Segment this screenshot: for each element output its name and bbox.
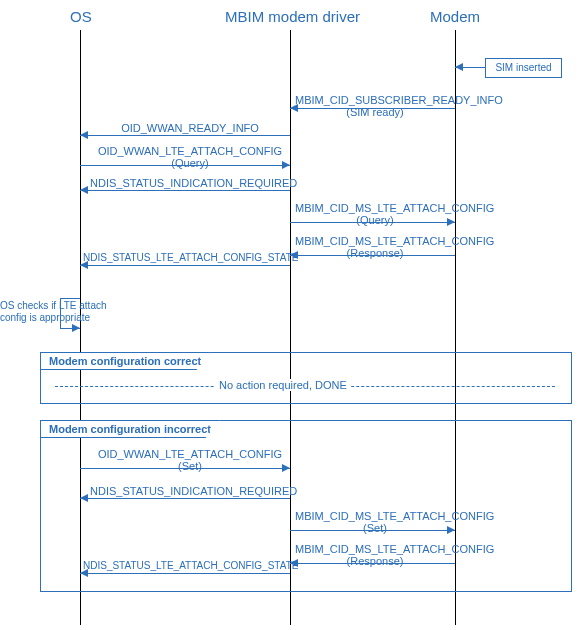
arrowhead-m9 — [80, 494, 88, 502]
msg-m6: MBIM_CID_MS_LTE_ATTACH_CONFIG (Response) — [295, 235, 455, 259]
oscheck-head — [72, 324, 80, 332]
msg-m10: MBIM_CID_MS_LTE_ATTACH_CONFIG (Set) — [295, 510, 455, 534]
msg-m11-l1: MBIM_CID_MS_LTE_ATTACH_CONFIG — [295, 543, 455, 555]
msg-m6-l1: MBIM_CID_MS_LTE_ATTACH_CONFIG — [295, 235, 455, 247]
oscheck-out — [60, 298, 80, 299]
msg-m10-l1: MBIM_CID_MS_LTE_ATTACH_CONFIG — [295, 510, 455, 522]
msg-m8-l2: (Set) — [90, 460, 290, 472]
msg-m9: NDIS_STATUS_INDICATION_REQUIRED — [90, 485, 290, 497]
msg-m12: NDIS_STATUS_LTE_ATTACH_CONFIG_STATE — [83, 560, 293, 571]
msg-m8: OID_WWAN_LTE_ATTACH_CONFIG (Set) — [90, 448, 290, 472]
msg-m11: MBIM_CID_MS_LTE_ATTACH_CONFIG (Response) — [295, 543, 455, 567]
msg-m3-l2: (Query) — [90, 157, 290, 169]
msg-m1-l1: MBIM_CID_SUBSCRIBER_READY_INFO — [295, 94, 455, 106]
note-sim-arrow — [455, 63, 463, 71]
msg-m5-l2: (Query) — [295, 214, 455, 226]
note-os-check-l1: OS checks if LTE attach — [0, 300, 110, 312]
note-sim-inserted: SIM inserted — [485, 58, 562, 78]
msg-m8-l1: OID_WWAN_LTE_ATTACH_CONFIG — [90, 448, 290, 460]
msg-m5-l1: MBIM_CID_MS_LTE_ATTACH_CONFIG — [295, 202, 455, 214]
arrow-m12 — [80, 573, 290, 574]
msg-m2: OID_WWAN_READY_INFO — [90, 122, 290, 134]
msg-m4: NDIS_STATUS_INDICATION_REQUIRED — [90, 177, 290, 189]
frame-correct-label: Modem configuration correct — [40, 352, 210, 370]
note-os-check: OS checks if LTE attach config is approp… — [0, 300, 110, 323]
msg-m6-l2: (Response) — [295, 247, 455, 259]
actor-modem: Modem — [430, 8, 480, 25]
msg-m1-l2: (SIM ready) — [295, 106, 455, 118]
msg-m11-l2: (Response) — [295, 555, 455, 567]
arrowhead-m2 — [80, 131, 88, 139]
msg-m10-l2: (Set) — [295, 522, 455, 534]
arrow-m9 — [80, 498, 290, 499]
arrowhead-m4 — [80, 186, 88, 194]
actor-os: OS — [70, 8, 92, 25]
note-os-check-l2: config is appropriate — [0, 312, 110, 324]
msg-m3: OID_WWAN_LTE_ATTACH_CONFIG (Query) — [90, 145, 290, 169]
oscheck-v — [60, 298, 61, 328]
frame-incorrect-label: Modem configuration incorrect — [40, 420, 220, 438]
msg-m7: NDIS_STATUS_LTE_ATTACH_CONFIG_STATE — [83, 252, 293, 263]
arrow-m4 — [80, 190, 290, 191]
arrow-m7 — [80, 265, 290, 266]
msg-m3-l1: OID_WWAN_LTE_ATTACH_CONFIG — [90, 145, 290, 157]
dash-correct-text: No action required, DONE — [215, 379, 351, 391]
msg-m5: MBIM_CID_MS_LTE_ATTACH_CONFIG (Query) — [295, 202, 455, 226]
frame-correct: Modem configuration correct — [40, 352, 572, 404]
msg-m1: MBIM_CID_SUBSCRIBER_READY_INFO (SIM read… — [295, 94, 455, 118]
arrow-m2 — [80, 135, 290, 136]
actor-driver: MBIM modem driver — [225, 8, 360, 25]
